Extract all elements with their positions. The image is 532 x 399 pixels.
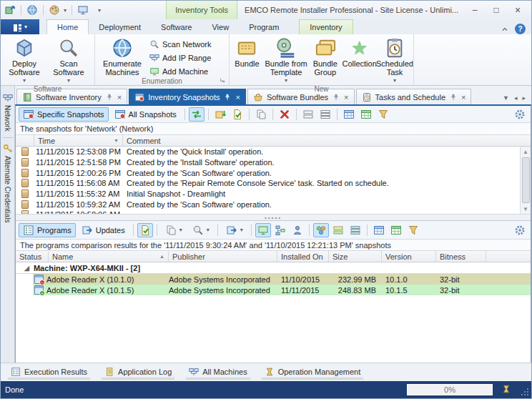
machine-group-row[interactable]: ◢ Machine: WXP-X64-MKII - [2]: [16, 262, 531, 274]
new-bundle-group-button[interactable]: Bundle Group: [309, 36, 341, 77]
snapshot-row[interactable]: 11/11/2015 11:56:08 AMCreated by the 'Re…: [16, 178, 520, 189]
pane-splitter[interactable]: •••••: [16, 214, 531, 221]
user-view-button[interactable]: [290, 223, 305, 237]
close-tab-icon[interactable]: ×: [235, 93, 240, 102]
alt-row-colors-button[interactable]: [348, 223, 363, 237]
best-fit-columns-button[interactable]: [358, 107, 374, 122]
size-column-header[interactable]: Size: [329, 251, 382, 262]
enumerate-machines-button[interactable]: Enumerate Machines: [97, 36, 148, 77]
installed-on-column-header[interactable]: Installed On: [277, 251, 329, 262]
ribbon-tab-deployment[interactable]: Deployment: [89, 19, 151, 34]
publisher-column-header[interactable]: Publisher: [169, 251, 277, 262]
ribbon-tab-home[interactable]: Home: [46, 19, 89, 34]
group-expand-icon[interactable]: ◢: [24, 265, 29, 272]
highlight-changes-button[interactable]: [313, 223, 329, 237]
doc-tab-inventory-snapshots[interactable]: Inventory Snapshots ×: [129, 89, 246, 104]
dock-tab-application-log[interactable]: Application Log: [102, 365, 174, 380]
icon-column-header[interactable]: [16, 135, 34, 146]
status-column-header[interactable]: Status: [16, 251, 49, 262]
scroll-up-icon[interactable]: ▲: [521, 147, 531, 157]
program-row-removed[interactable]: −Adobe Reader X (10.1.0) Adobe Systems I…: [16, 274, 531, 285]
app-logo-icon[interactable]: [4, 4, 16, 16]
copy-snapshot-button[interactable]: [253, 107, 269, 122]
compare-snapshots-button[interactable]: [189, 107, 205, 122]
all-snapshots-button[interactable]: All Snapshots: [110, 107, 181, 122]
snapshot-row[interactable]: 11/11/2015 12:51:58 PMCreated by the 'In…: [16, 157, 520, 168]
qat-customize-arrow[interactable]: ▾: [98, 7, 101, 14]
ribbon-tab-software[interactable]: Software: [151, 19, 202, 34]
dialog-launcher-icon[interactable]: [220, 77, 226, 84]
snapshot-row[interactable]: 11/11/2015 12:00:26 PMCreated by the 'Sc…: [16, 167, 520, 178]
snapshots-settings-button[interactable]: [512, 107, 528, 122]
vertical-scrollbar[interactable]: ▲ ▼: [520, 147, 531, 214]
new-bundle-button[interactable]: Bundle: [231, 36, 263, 68]
pin-icon[interactable]: [332, 93, 340, 102]
report-options-button[interactable]: ▾: [188, 223, 214, 237]
side-tab-alternate-credentials[interactable]: Alternate Credentials: [3, 141, 13, 225]
tree-view-button[interactable]: [272, 223, 288, 237]
close-tab-icon[interactable]: ×: [461, 93, 466, 102]
version-column-header[interactable]: Version: [382, 251, 436, 262]
pin-icon[interactable]: [449, 93, 458, 102]
row-auto-height-button[interactable]: [300, 107, 316, 122]
add-ip-range-button[interactable]: Add IP Range: [148, 51, 215, 64]
theme-dropdown-arrow[interactable]: ▾: [64, 7, 66, 14]
side-tab-network[interactable]: Network: [3, 90, 13, 134]
filter-button[interactable]: [405, 223, 421, 237]
scroll-tabs-left-icon[interactable]: ◂: [514, 94, 518, 102]
scroll-down-icon[interactable]: ▼: [521, 204, 531, 214]
network-enumeration-icon[interactable]: [26, 4, 38, 16]
ribbon-tab-inventory[interactable]: Inventory: [299, 19, 353, 34]
theme-palette-icon[interactable]: [49, 4, 60, 16]
column-chooser-button[interactable]: [371, 223, 387, 237]
application-menu-button[interactable]: ▾: [1, 19, 39, 34]
scan-network-button[interactable]: Scan Network: [148, 38, 215, 50]
collapse-ribbon-icon[interactable]: [501, 25, 509, 34]
ribbon-tab-view[interactable]: View: [202, 19, 239, 34]
name-column-header[interactable]: Name▲: [49, 251, 169, 262]
close-tab-icon[interactable]: ×: [344, 93, 348, 102]
delete-snapshot-button[interactable]: [277, 107, 292, 122]
new-bundle-from-template-button[interactable]: Bundle from Template▾: [263, 36, 309, 85]
export-results-button[interactable]: ▾: [222, 223, 247, 237]
filter-button[interactable]: [375, 107, 391, 122]
program-row-added[interactable]: +Adobe Reader X (10.1.5) Adobe Systems I…: [16, 285, 531, 295]
row-colors-button[interactable]: [330, 223, 346, 237]
comment-column-header[interactable]: Comment: [123, 135, 531, 146]
validate-snapshot-button[interactable]: [230, 107, 245, 122]
comparison-options-button[interactable]: [137, 223, 153, 237]
snapshot-row[interactable]: 11/11/2015 10:59:32 AMCreated by the 'Sc…: [16, 199, 520, 210]
maximize-button[interactable]: □: [487, 4, 506, 16]
programs-settings-button[interactable]: [512, 223, 528, 237]
ribbon-tab-program[interactable]: Program: [239, 19, 289, 34]
snapshot-row[interactable]: 11/11/2015 12:53:08 PMCreated by the 'Qu…: [16, 147, 520, 157]
deploy-software-button[interactable]: Deploy Software▾: [2, 36, 46, 85]
new-scheduled-task-button[interactable]: Scheduled Task▾: [378, 36, 412, 85]
minimize-button[interactable]: –: [466, 4, 484, 16]
resize-grip[interactable]: [521, 388, 529, 396]
help-button[interactable]: ?: [515, 24, 526, 34]
close-button[interactable]: ×: [508, 4, 527, 16]
new-collection-button[interactable]: ★ Collection: [341, 36, 378, 68]
time-column-header[interactable]: Time ▼: [34, 135, 123, 146]
dock-tab-execution-results[interactable]: Execution Results: [8, 365, 90, 380]
import-snapshot-button[interactable]: [212, 107, 228, 122]
snapshot-row[interactable]: 11/11/2015 11:55:32 AMInitial Snapshot -…: [16, 189, 520, 200]
programs-view-button[interactable]: Programs: [19, 223, 76, 237]
scroll-tabs-right-icon[interactable]: ▸: [522, 94, 526, 102]
dock-tab-operation-management[interactable]: Operation Management: [262, 365, 364, 380]
print-report-button[interactable]: ▾: [161, 223, 187, 237]
column-chooser-button[interactable]: [341, 107, 357, 122]
display-options-icon[interactable]: [77, 4, 89, 16]
tab-list-dropdown-icon[interactable]: ▼: [503, 94, 509, 102]
specific-snapshots-button[interactable]: Specific Snapshots: [19, 107, 109, 122]
scan-software-button[interactable]: Scan Software▾: [46, 36, 91, 85]
best-fit-columns-button[interactable]: [388, 223, 404, 237]
scrollbar-thumb[interactable]: [522, 157, 530, 203]
updates-view-button[interactable]: Updates: [77, 223, 129, 237]
add-machine-button[interactable]: Add Machine: [148, 65, 215, 77]
close-tab-icon[interactable]: ×: [117, 93, 122, 102]
group-by-machine-button[interactable]: [255, 223, 271, 237]
pin-icon[interactable]: [223, 93, 232, 102]
dock-tab-all-machines[interactable]: All Machines: [186, 365, 250, 380]
